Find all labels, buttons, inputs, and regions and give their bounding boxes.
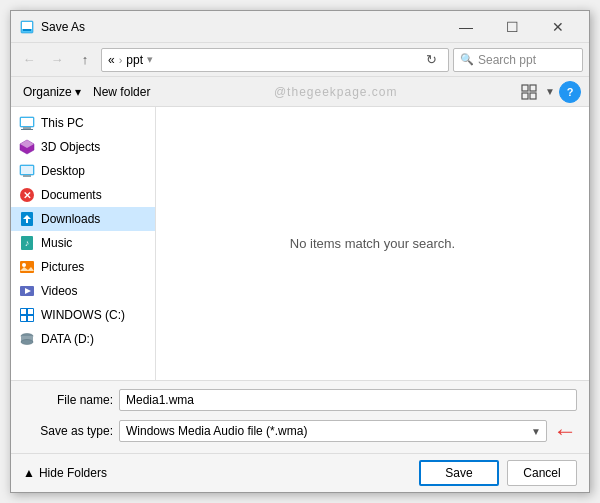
svg-rect-5 [522,93,528,99]
svg-rect-22 [20,261,34,273]
downloads-icon [19,211,35,227]
svg-rect-30 [21,316,26,321]
sidebar-label-documents: Documents [41,188,102,202]
dialog-icon [19,19,35,35]
filename-row: File name: [23,389,577,411]
svg-rect-3 [522,85,528,91]
sidebar-item-documents[interactable]: ✕ Documents [11,183,155,207]
svg-rect-6 [530,93,536,99]
bottom-form: File name: Save as type: Windows Media A… [11,380,589,453]
music-icon: ♪ [19,235,35,251]
hide-folders-label: Hide Folders [39,466,107,480]
search-box[interactable]: 🔍 Search ppt [453,48,583,72]
view-button[interactable] [517,80,541,104]
sidebar-item-data-d[interactable]: DATA (D:) [11,327,155,351]
sidebar-item-3d-objects[interactable]: 3D Objects [11,135,155,159]
up-button[interactable]: ↑ [73,48,97,72]
button-row: ▲ Hide Folders Save Cancel [11,453,589,492]
svg-rect-10 [21,129,33,130]
title-bar: Save As — ☐ ✕ [11,11,589,43]
address-bar[interactable]: « › ppt ▾ ↻ [101,48,449,72]
svg-rect-2 [23,29,31,31]
sidebar-label-videos: Videos [41,284,77,298]
search-icon: 🔍 [460,53,474,66]
3d-objects-icon [19,139,35,155]
back-button[interactable]: ← [17,48,41,72]
organize-button[interactable]: Organize ▾ [19,83,85,101]
view-dropdown-arrow[interactable]: ▼ [545,86,555,97]
breadcrumb-ppt: ppt [126,53,143,67]
sidebar-label-data-d: DATA (D:) [41,332,94,346]
savetype-wrapper: Windows Media Audio file (*.wma) MP3 Aud… [119,420,547,442]
breadcrumb-root: « [108,53,115,67]
sidebar-item-windows-c[interactable]: WINDOWS (C:) [11,303,155,327]
content-area: This PC 3D Objects [11,107,589,380]
svg-rect-4 [530,85,536,91]
sidebar-label-music: Music [41,236,72,250]
save-as-dialog: Save As — ☐ ✕ ← → ↑ « › ppt ▾ ↻ 🔍 Search… [10,10,590,493]
empty-message: No items match your search. [290,236,455,251]
svg-point-23 [22,263,26,267]
sidebar-item-music[interactable]: ♪ Music [11,231,155,255]
search-placeholder: Search ppt [478,53,536,67]
savetype-select[interactable]: Windows Media Audio file (*.wma) MP3 Aud… [119,420,547,442]
svg-rect-9 [23,127,31,129]
sidebar-label-this-pc: This PC [41,116,84,130]
breadcrumb: « › ppt ▾ [108,53,420,67]
svg-text:✕: ✕ [23,190,31,201]
savetype-row: Save as type: Windows Media Audio file (… [23,417,577,445]
savetype-label: Save as type: [23,424,113,438]
maximize-button[interactable]: ☐ [489,11,535,43]
minimize-button[interactable]: — [443,11,489,43]
svg-rect-28 [21,309,26,314]
svg-text:♪: ♪ [25,238,30,248]
this-pc-icon [19,115,35,131]
sidebar-label-pictures: Pictures [41,260,84,274]
cancel-button[interactable]: Cancel [507,460,577,486]
svg-point-34 [21,340,33,345]
sidebar-item-videos[interactable]: Videos [11,279,155,303]
main-pane: No items match your search. [156,107,589,380]
forward-button[interactable]: → [45,48,69,72]
svg-rect-1 [22,22,32,29]
svg-rect-15 [23,175,31,177]
red-arrow-indicator: ← [553,417,577,445]
filename-label: File name: [23,393,113,407]
close-button[interactable]: ✕ [535,11,581,43]
watermark: @thegeekpage.com [158,85,513,99]
secondary-toolbar: Organize ▾ New folder @thegeekpage.com ▼… [11,77,589,107]
videos-icon [19,283,35,299]
new-folder-button[interactable]: New folder [89,83,154,101]
pictures-icon [19,259,35,275]
sidebar-item-desktop[interactable]: Desktop [11,159,155,183]
hide-folders-icon: ▲ [23,466,35,480]
data-d-icon [19,331,35,347]
sidebar: This PC 3D Objects [11,107,156,380]
svg-rect-14 [21,166,33,174]
svg-rect-8 [21,118,33,126]
sidebar-item-this-pc[interactable]: This PC [11,111,155,135]
sidebar-label-downloads: Downloads [41,212,100,226]
help-button[interactable]: ? [559,81,581,103]
filename-input[interactable] [119,389,577,411]
sidebar-item-pictures[interactable]: Pictures [11,255,155,279]
sidebar-label-windows-c: WINDOWS (C:) [41,308,125,322]
svg-rect-31 [28,316,33,321]
sidebar-label-desktop: Desktop [41,164,85,178]
documents-icon: ✕ [19,187,35,203]
sidebar-item-downloads[interactable]: Downloads [11,207,155,231]
save-button[interactable]: Save [419,460,499,486]
sidebar-label-3d-objects: 3D Objects [41,140,100,154]
title-bar-controls: — ☐ ✕ [443,11,581,43]
windows-c-icon [19,307,35,323]
refresh-button[interactable]: ↻ [420,49,442,71]
desktop-icon [19,163,35,179]
address-toolbar: ← → ↑ « › ppt ▾ ↻ 🔍 Search ppt [11,43,589,77]
svg-rect-29 [28,309,33,314]
dialog-title: Save As [41,20,443,34]
hide-folders-button[interactable]: ▲ Hide Folders [23,466,107,480]
action-buttons: Save Cancel [419,460,577,486]
